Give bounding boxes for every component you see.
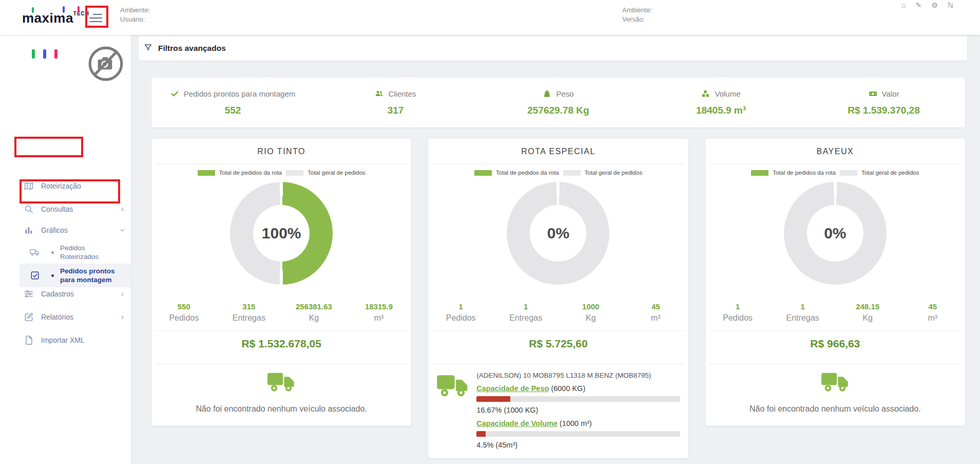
summary-label: Pedidos prontos para montagem	[184, 89, 296, 98]
sliders-icon	[24, 289, 34, 299]
logo-accent-pink	[78, 6, 80, 13]
logo-suffix: tech	[73, 11, 89, 16]
volume-capacity-label: Capacidade de Volume	[476, 419, 558, 428]
stat-value: 256381.63	[281, 302, 347, 311]
stat-value: 550	[151, 302, 217, 311]
nav-label: Roteirização	[41, 182, 81, 190]
summary-label: Valor	[882, 89, 899, 98]
route-card-title: RIO TINTO	[151, 147, 411, 156]
nav-item-relatorios[interactable]: Relatórios ›	[0, 308, 131, 326]
nav-label: Cadastros	[41, 290, 74, 298]
stat-value: 315	[217, 302, 282, 311]
usuario-label: Usuário:	[120, 15, 150, 24]
menu-toggle-button[interactable]	[89, 13, 102, 23]
no-vehicle-message: Não foi encontrado nenhum veículo associ…	[710, 404, 960, 414]
summary-stats-bar: Pedidos prontos para montagem 552 Client…	[151, 78, 965, 127]
stat-label: Kg	[281, 313, 347, 323]
search-icon	[24, 204, 34, 214]
weight-progress-bar	[476, 396, 680, 402]
nav-item-cadastros[interactable]: Cadastros ›	[0, 285, 131, 303]
nav-item-graficos[interactable]: Gráficos ›	[0, 221, 131, 239]
volume-progress-caption: 4.5% (45m³)	[476, 441, 680, 449]
volume-progress-bar	[476, 431, 680, 437]
nav-item-roteirizacao[interactable]: Roteirização	[0, 177, 131, 195]
nav-item-consultas[interactable]: Consultas ›	[0, 200, 131, 218]
route-card-title: BAYEUX	[705, 147, 965, 156]
logo-accent-green	[32, 7, 34, 13]
volume-icon	[701, 89, 710, 98]
route-card-rota-especial: ROTA ESPECIAL Total de pedidos da rota T…	[428, 139, 688, 458]
logo-color-bars	[32, 49, 57, 59]
no-vehicle-message: Não foi encontrado nenhum veículo associ…	[157, 404, 406, 414]
chart-legend: Total de pedidos da rota Total geral de …	[151, 170, 411, 176]
environment-version-labels: Ambiente: Versão:	[622, 6, 652, 24]
legend-label-total: Total geral de pedidos	[585, 170, 643, 176]
stat-label: Entregas	[770, 313, 835, 323]
chevron-right-icon: ›	[121, 290, 124, 298]
legend-swatch-route	[751, 170, 768, 176]
stat-value: 248.15	[835, 302, 900, 311]
summary-value: 257629.78 Kg	[477, 105, 640, 116]
broken-image-icon	[87, 45, 124, 82]
home-icon[interactable]: ⌂	[901, 1, 906, 9]
environment-user-labels: Ambiente: Usuário:	[120, 6, 150, 24]
nav-label: Pedidos Roteirizados	[60, 244, 121, 261]
ambiente-label: Ambiente:	[120, 6, 150, 15]
donut-percent-label: 100%	[230, 182, 333, 285]
vehicle-section: (ADENILSON) 10 MOB8795 L1318 M.BENZ (MOB…	[428, 364, 688, 458]
stat-value: 45	[623, 302, 688, 311]
nav-label: Relatórios	[41, 313, 73, 321]
settings-icon[interactable]: ⚙	[931, 1, 938, 9]
truck-icon	[821, 372, 850, 392]
stat-label: Pedidos	[705, 313, 771, 323]
checkbox-icon	[30, 270, 40, 281]
nav-item-importar-xml[interactable]: Importar XML	[0, 331, 131, 349]
vehicle-info: (ADENILSON) 10 MOB8795 L1318 M.BENZ (MOB…	[476, 372, 680, 449]
summary-label: Clientes	[388, 89, 416, 98]
legend-swatch-route	[198, 170, 215, 176]
nav-item-pedidos-roteirizados[interactable]: Pedidos Roteirizados	[0, 240, 131, 264]
app: maximatech Ambiente: Usuário: Ambiente: …	[0, 0, 980, 464]
legend-label-route: Total de pedidos da rota	[496, 170, 559, 176]
chevron-right-icon: ›	[121, 205, 124, 213]
stat-value: 1	[428, 302, 493, 311]
legend-label-total: Total geral de pedidos	[308, 170, 366, 176]
summary-value: 18405.9 m³	[640, 105, 802, 116]
bullet-icon	[51, 251, 54, 254]
legend-label-route: Total de pedidos da rota	[219, 170, 282, 176]
report-edit-icon	[24, 312, 34, 322]
versao-label: Versão:	[622, 15, 652, 24]
money-icon	[869, 89, 877, 98]
weight-capacity-value: (6000 KG)	[551, 384, 585, 393]
stat-label: m³	[347, 313, 412, 323]
bar-chart-icon	[24, 225, 34, 235]
weight-capacity-label: Capacidade de Peso	[476, 384, 549, 393]
weight-progress-caption: 16.67% (1000 KG)	[476, 406, 680, 414]
notifications-icon[interactable]: ℕ	[948, 1, 953, 9]
weight-icon	[543, 89, 551, 98]
stat-value: 18315.9	[347, 302, 412, 311]
check-icon	[170, 89, 179, 98]
donut-chart: 0%	[784, 182, 887, 285]
nav-item-pedidos-prontos[interactable]: Pedidos prontos para montagem	[20, 264, 131, 287]
nav-label: Consultas	[41, 205, 73, 213]
advanced-filters-bar[interactable]: Filtros avançados	[139, 36, 967, 61]
maxima-logo: maximatech	[22, 10, 89, 28]
main-content: Filtros avançados Pedidos prontos para m…	[131, 35, 980, 464]
top-header: maximatech Ambiente: Usuário: Ambiente: …	[0, 0, 980, 35]
edit-icon[interactable]: ✎	[915, 1, 921, 9]
chevron-right-icon: ›	[121, 313, 124, 321]
sidebar-logo	[0, 35, 131, 117]
stat-label: m³	[900, 313, 965, 323]
stat-label: Entregas	[217, 313, 282, 323]
funnel-icon	[144, 43, 152, 54]
ambiente-label: Ambiente:	[622, 6, 652, 15]
legend-swatch-route	[474, 170, 492, 176]
route-total-value: R$ 966,63	[705, 331, 965, 356]
summary-value: 317	[314, 105, 477, 116]
stat-value: 1000	[558, 302, 623, 311]
donut-chart: 100%	[230, 182, 333, 285]
clients-icon	[375, 89, 383, 98]
stat-label: Pedidos	[151, 313, 217, 323]
map-icon	[24, 181, 34, 191]
